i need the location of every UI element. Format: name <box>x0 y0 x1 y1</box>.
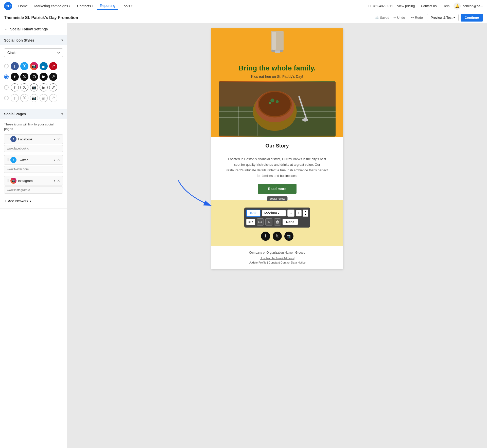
center-align-button[interactable]: ⟺ <box>257 218 264 226</box>
instagram-colored-icon[interactable]: 📷 <box>30 62 38 70</box>
social-follow-area: Social follow Edit Medium ▾ ↔ <box>211 200 343 246</box>
nav-tools[interactable]: Tools ▾ <box>119 3 135 10</box>
back-button[interactable]: ← <box>4 27 8 31</box>
twitter-display-icon: 𝕏 <box>273 232 282 241</box>
social-icon-styles-header[interactable]: Social Icon Styles ▾ <box>0 35 67 45</box>
pinterest-gray-icon[interactable]: 𝑃 <box>49 94 57 102</box>
pinterest-black-icon[interactable]: 𝑃 <box>49 73 57 81</box>
facebook-gray-icon[interactable]: f <box>11 94 19 102</box>
twitter-close-button[interactable]: ✕ <box>57 158 61 162</box>
nav-contacts[interactable]: Contacts ▾ <box>74 3 96 10</box>
nav-right-section: +1 781-482-8911 View pricing Contact us … <box>368 3 483 10</box>
svg-point-16 <box>269 102 271 104</box>
nav-reporting[interactable]: Reporting <box>97 2 118 10</box>
drag-handle-icon[interactable]: ⠿ <box>6 179 9 183</box>
undo-button[interactable]: ↩ Undo <box>391 15 407 21</box>
drag-handle-icon[interactable]: ⠿ <box>6 137 9 141</box>
svg-point-14 <box>270 98 274 102</box>
read-more-button[interactable]: Read more <box>258 184 296 194</box>
view-pricing-link[interactable]: View pricing <box>395 3 417 9</box>
radio-colored[interactable] <box>4 64 9 68</box>
twitter-outline-icon[interactable]: 𝕏 <box>20 83 28 91</box>
icon-row-dark-outline: f 𝕏 📷 in 𝑃 <box>4 83 63 91</box>
add-network-button[interactable]: + Add Network ▾ <box>4 197 63 205</box>
resize-button[interactable]: ⇅ <box>265 218 272 226</box>
social-icons-display: f 𝕏 📷 <box>219 232 336 241</box>
pinterest-outline-icon[interactable]: 𝑃 <box>49 83 57 91</box>
facebook-network-header[interactable]: ⠿ f Facebook ▾ ✕ <box>4 134 63 144</box>
instagram-network-icon: 📷 <box>10 178 16 184</box>
contact-us-link[interactable]: Contact us <box>419 3 439 9</box>
spacing-stepper[interactable]: ▲ ▼ <box>303 210 308 217</box>
app-logo[interactable]: CC <box>4 2 12 10</box>
drag-handle-icon[interactable]: ⠿ <box>6 158 9 162</box>
user-email[interactable]: concon@ca... <box>463 4 483 8</box>
chevron-down-icon: ▾ <box>54 179 55 182</box>
email-canvas: Bring the whole family. Kids eat free on… <box>211 28 343 269</box>
nav-marketing[interactable]: Marketing campaigns ▾ <box>31 3 73 10</box>
linkedin-colored-icon[interactable]: in <box>40 62 48 70</box>
radio-gray-outline[interactable] <box>4 96 9 100</box>
instagram-gray-icon[interactable]: 📷 <box>30 94 38 102</box>
footer-links: Update Profile | Constant Contact Data N… <box>216 261 338 264</box>
facebook-outline-icon[interactable]: f <box>11 83 19 91</box>
twitter-network-header[interactable]: ⠿ 𝕏 Twitter ▾ ✕ <box>4 155 63 165</box>
preview-test-button[interactable]: Preview & Test ▾ <box>427 14 459 21</box>
social-icon-styles-section: Social Icon Styles ▾ Circle Square Round… <box>0 35 67 109</box>
unsubscribe-link[interactable]: Unsubscribe [emailAddress] <box>216 256 338 260</box>
step-up-button[interactable]: ▲ <box>303 210 308 213</box>
nav-home[interactable]: Home <box>15 3 31 10</box>
instagram-close-button[interactable]: ✕ <box>57 179 61 183</box>
instagram-network-header[interactable]: ⠿ 📷 Instagram ▾ ✕ <box>4 176 63 185</box>
size-selector[interactable]: Medium ▾ <box>262 210 286 216</box>
facebook-black-icon[interactable]: f <box>11 73 19 81</box>
food-svg <box>219 81 336 137</box>
spacing-icon[interactable]: ↔ <box>287 210 294 217</box>
circle-style-dropdown[interactable]: Circle Square Rounded Square <box>4 48 63 57</box>
glass-image-container <box>267 28 287 59</box>
facebook-network-icon: f <box>10 136 16 142</box>
instagram-outline-icon[interactable]: 📷 <box>30 83 38 91</box>
step-down-button[interactable]: ▼ <box>303 213 308 217</box>
instagram-url-input[interactable] <box>4 186 63 194</box>
update-profile-link[interactable]: Update Profile <box>249 261 266 264</box>
linkedin-outline-icon[interactable]: in <box>40 83 48 91</box>
email-headline: Bring the whole family. <box>219 64 336 72</box>
social-icons-black: f 𝕏 ⬡ in 𝑃 <box>11 73 57 81</box>
done-button[interactable]: Done <box>283 219 298 225</box>
twitter-network-icon: 𝕏 <box>10 157 16 163</box>
main-layout: ← Social Follow Settings Social Icon Sty… <box>0 23 487 448</box>
pinterest-colored-icon[interactable]: 𝑃 <box>49 62 57 70</box>
alignment-selector[interactable]: ≡ ▾ <box>246 219 255 225</box>
help-link[interactable]: Help <box>441 3 452 9</box>
top-navigation: CC Home Marketing campaigns ▾ Contacts ▾… <box>0 0 487 12</box>
radio-dark-outline[interactable] <box>4 85 9 90</box>
plus-icon: + <box>4 199 6 203</box>
delete-button[interactable]: 🗑 <box>274 218 281 226</box>
nav-items: Home Marketing campaigns ▾ Contacts ▾ Re… <box>15 2 368 10</box>
notifications-bell-icon[interactable]: 🔔 <box>454 3 461 10</box>
radio-black[interactable] <box>4 74 9 79</box>
align-icon: ≡ <box>249 220 251 224</box>
svg-point-15 <box>276 100 279 103</box>
facebook-close-button[interactable]: ✕ <box>57 137 61 141</box>
twitter-black-icon[interactable]: 𝕏 <box>20 73 28 81</box>
data-notice-link[interactable]: Constant Contact Data Notice <box>269 261 306 264</box>
instagram-black-icon[interactable]: ⬡ <box>30 73 38 81</box>
twitter-colored-icon[interactable]: 𝕏 <box>20 62 28 70</box>
facebook-network-item: ⠿ f Facebook ▾ ✕ <box>4 134 63 152</box>
twitter-url-input[interactable] <box>4 166 63 173</box>
facebook-colored-icon[interactable]: f <box>11 62 19 70</box>
edit-button[interactable]: Edit <box>246 210 261 217</box>
cloud-icon: ☁️ <box>375 16 379 20</box>
chevron-down-icon: ▾ <box>69 5 70 7</box>
facebook-url-input[interactable] <box>4 145 63 152</box>
continue-button[interactable]: Continue <box>461 14 483 22</box>
twitter-gray-icon[interactable]: 𝕏 <box>20 94 28 102</box>
redo-button[interactable]: ↪ Redo <box>409 15 425 21</box>
social-pages-header[interactable]: Social Pages ▾ <box>0 109 67 119</box>
email-subheadline: Kids eat free on St. Paddy's Day! <box>219 74 336 79</box>
social-pages-description: These icons will link to your social pag… <box>4 122 63 131</box>
linkedin-gray-icon[interactable]: in <box>40 94 48 102</box>
linkedin-black-icon[interactable]: in <box>40 73 48 81</box>
